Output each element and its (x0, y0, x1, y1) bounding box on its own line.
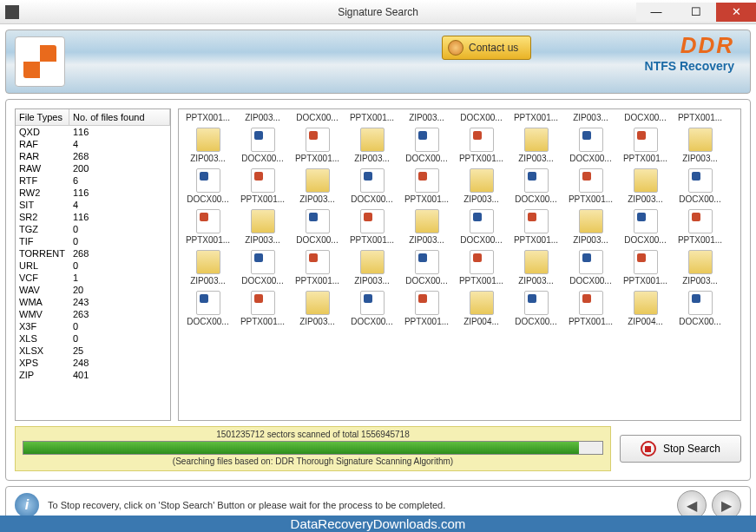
file-item[interactable]: ZIP003... (235, 209, 290, 250)
filetype-row[interactable]: ZIP401 (16, 369, 170, 381)
file-item[interactable]: DOCX00... (345, 291, 399, 332)
file-item[interactable]: DOCX00... (563, 128, 618, 168)
file-item[interactable]: PPTX001... (563, 168, 618, 209)
file-item[interactable]: PPTX001... (345, 113, 399, 128)
file-item[interactable]: DOCX00... (563, 250, 618, 291)
filetype-row[interactable]: X3F0 (16, 320, 170, 332)
filetype-row[interactable]: TORRENT268 (16, 247, 170, 259)
file-item[interactable]: PPTX001... (454, 250, 509, 291)
file-item[interactable]: PPTX001... (290, 128, 345, 168)
file-item[interactable]: PPTX001... (563, 291, 618, 332)
file-item[interactable]: ZIP003... (509, 128, 563, 168)
file-label: DOCX00... (511, 317, 562, 326)
file-label: ZIP003... (511, 276, 562, 286)
file-item[interactable]: DOCX00... (290, 113, 345, 128)
zip-file-icon (415, 209, 439, 233)
file-item[interactable]: ZIP003... (673, 128, 727, 168)
file-item[interactable]: PPTX001... (618, 128, 673, 168)
filetype-row[interactable]: SR2116 (16, 211, 170, 223)
file-item[interactable]: PPTX001... (399, 291, 454, 332)
file-item[interactable]: DOCX00... (618, 113, 673, 128)
file-item[interactable]: ZIP003... (673, 250, 727, 291)
filetype-row[interactable]: TGZ0 (16, 223, 170, 235)
file-item[interactable]: PPTX001... (509, 209, 563, 250)
minimize-button[interactable]: — (636, 3, 676, 22)
file-item[interactable]: PPTX001... (290, 250, 345, 291)
file-item[interactable]: PPTX001... (673, 209, 727, 250)
filetype-name: XLSX (19, 345, 73, 357)
file-item[interactable]: ZIP003... (290, 291, 345, 332)
file-grid[interactable]: PPTX001...ZIP003...DOCX00...PPTX001...ZI… (178, 108, 741, 421)
file-item[interactable]: ZIP003... (509, 250, 563, 291)
file-item[interactable]: ZIP004... (454, 291, 509, 332)
file-item[interactable]: PPTX001... (618, 250, 673, 291)
file-item[interactable]: ZIP003... (563, 209, 618, 250)
file-item[interactable]: ZIP003... (345, 128, 399, 168)
file-item[interactable]: DOCX00... (345, 168, 399, 209)
docx-file-icon (360, 168, 385, 193)
filetype-row[interactable]: WMV263 (16, 308, 170, 320)
filetype-row[interactable]: QXD116 (16, 126, 170, 138)
file-label: DOCX00... (621, 113, 671, 122)
file-item[interactable]: PPTX001... (509, 113, 563, 128)
file-item[interactable]: DOCX00... (454, 209, 509, 250)
filetype-row[interactable]: XPS248 (16, 357, 170, 369)
filetype-row[interactable]: XLSX25 (16, 345, 170, 357)
stop-search-button[interactable]: Stop Search (620, 435, 741, 463)
close-button[interactable]: ✕ (716, 3, 756, 22)
file-item[interactable]: ZIP003... (563, 113, 618, 128)
file-item[interactable]: DOCX00... (673, 168, 727, 209)
filetype-row[interactable]: URL0 (16, 259, 170, 272)
file-item[interactable]: DOCX00... (618, 209, 673, 250)
filetype-row[interactable]: RAW200 (16, 162, 170, 174)
col-count[interactable]: No. of files found (69, 109, 170, 125)
file-item[interactable]: DOCX00... (181, 168, 235, 209)
file-item[interactable]: PPTX001... (673, 113, 727, 128)
filetype-row[interactable]: SIT4 (16, 199, 170, 211)
file-item[interactable]: PPTX001... (235, 291, 290, 332)
file-item[interactable]: ZIP003... (345, 250, 399, 291)
file-item[interactable]: PPTX001... (454, 128, 509, 168)
file-item[interactable]: PPTX001... (181, 113, 235, 128)
file-item[interactable]: DOCX00... (673, 291, 727, 332)
file-item[interactable]: ZIP003... (290, 168, 345, 209)
file-item[interactable]: ZIP003... (181, 250, 235, 291)
file-item[interactable]: ZIP004... (618, 291, 673, 332)
file-item[interactable]: DOCX00... (235, 250, 290, 291)
docx-file-icon (251, 250, 275, 274)
file-item[interactable]: ZIP003... (399, 113, 454, 128)
file-item[interactable]: DOCX00... (181, 291, 235, 332)
file-item[interactable]: DOCX00... (509, 168, 563, 209)
filetypes-table[interactable]: File Types No. of files found QXD116RAF4… (15, 108, 171, 421)
filetype-row[interactable]: TIF0 (16, 235, 170, 247)
watermark: DataRecoveryDownloads.com (0, 516, 756, 532)
filetype-row[interactable]: RW2116 (16, 187, 170, 199)
file-item[interactable]: PPTX001... (399, 168, 454, 209)
file-item[interactable]: DOCX00... (399, 250, 454, 291)
file-label: ZIP003... (621, 194, 671, 204)
filetype-row[interactable]: RTF6 (16, 174, 170, 187)
file-item[interactable]: PPTX001... (181, 209, 235, 250)
file-item[interactable]: ZIP003... (181, 128, 235, 168)
file-item[interactable]: PPTX001... (235, 168, 290, 209)
col-filetypes[interactable]: File Types (16, 109, 69, 125)
filetype-name: WAV (19, 284, 73, 296)
file-item[interactable]: DOCX00... (290, 209, 345, 250)
file-item[interactable]: PPTX001... (345, 209, 399, 250)
filetype-row[interactable]: WAV20 (16, 284, 170, 296)
maximize-button[interactable]: ☐ (676, 3, 716, 22)
file-item[interactable]: DOCX00... (399, 128, 454, 168)
file-item[interactable]: ZIP003... (235, 113, 290, 128)
file-item[interactable]: DOCX00... (235, 128, 290, 168)
filetype-row[interactable]: VCF1 (16, 272, 170, 284)
filetype-row[interactable]: WMA243 (16, 296, 170, 308)
filetype-row[interactable]: XLS0 (16, 332, 170, 345)
contact-us-button[interactable]: Contact us (442, 36, 531, 60)
file-item[interactable]: ZIP003... (454, 168, 509, 209)
file-item[interactable]: DOCX00... (509, 291, 563, 332)
filetype-row[interactable]: RAR268 (16, 150, 170, 162)
filetype-row[interactable]: RAF4 (16, 138, 170, 150)
file-item[interactable]: ZIP003... (399, 209, 454, 250)
file-item[interactable]: ZIP003... (618, 168, 673, 209)
file-item[interactable]: DOCX00... (454, 113, 509, 128)
